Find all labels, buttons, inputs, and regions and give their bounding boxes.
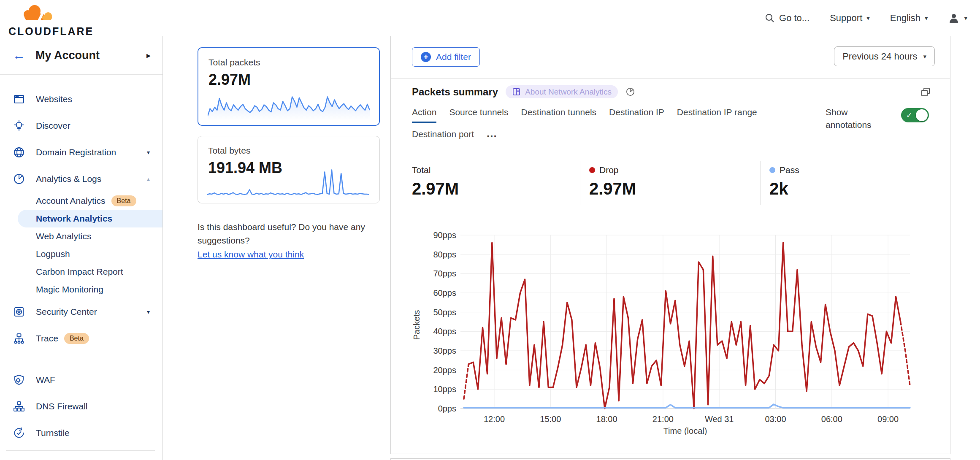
search-icon [765, 13, 775, 23]
sidebar: ← My Account ▸ WebsitesDiscoverDomain Re… [0, 36, 163, 460]
account-menu[interactable]: ▾ [948, 12, 967, 24]
rotate-check-icon [13, 427, 25, 439]
tab-action[interactable]: Action [412, 107, 436, 123]
sidebar-item-label: WAF [36, 375, 55, 385]
y-tick-label: 30pps [433, 346, 457, 355]
sidebar-subitem-magic-monitoring[interactable]: Magic Monitoring [0, 281, 162, 298]
sidebar-item-waf[interactable]: WAF [0, 366, 162, 393]
sidebar-subitem-carbon-impact-report[interactable]: Carbon Impact Report [0, 263, 162, 281]
add-filter-button[interactable]: + Add filter [412, 47, 480, 67]
chevron-down-icon: ▾ [866, 14, 870, 22]
chevron-down-icon[interactable]: ▾ [147, 149, 150, 156]
sidebar-item-label: Discover [36, 121, 70, 131]
sidebar-item-analytics-logs[interactable]: Analytics & Logs▴ [0, 165, 162, 192]
next-panel-edge [390, 458, 950, 460]
sidebar-item-dns-firewall[interactable]: DNS Firewall [0, 393, 162, 419]
sidebar-subitem-network-analytics[interactable]: Network Analytics [18, 210, 162, 227]
support-menu[interactable]: Support ▾ [830, 13, 870, 24]
sidebar-item-turnstile[interactable]: Turnstile [0, 419, 162, 446]
shield-gear-icon [13, 373, 25, 386]
show-annotations-label: Show annotations [826, 106, 880, 131]
plus-icon: + [421, 52, 431, 62]
sidebar-section: WAFDNS FirewallTurnstile [0, 360, 162, 446]
sidebar-subitem-account-analytics[interactable]: Account AnalyticsBeta [0, 192, 162, 210]
feedback-block: Is this dashboard useful? Do you have an… [198, 220, 387, 261]
trace-icon [13, 332, 25, 345]
chevron-down-icon: ▾ [925, 14, 928, 22]
language-menu[interactable]: English ▾ [890, 13, 928, 24]
sidebar-subitem-label: Carbon Impact Report [36, 267, 123, 277]
globe-icon [13, 146, 25, 159]
pie-chart-icon [13, 173, 25, 185]
chevron-down-icon: ▾ [964, 14, 967, 22]
sidebar-subitem-label: Magic Monitoring [36, 284, 103, 295]
stat-label-text: Total [412, 165, 430, 175]
packets-time-series-chart[interactable]: 0pps10pps20pps30pps40pps50pps60pps70pps8… [408, 181, 944, 435]
sidebar-subitem-label: Network Analytics [36, 214, 112, 224]
tab-destination-ip[interactable]: Destination IP [609, 107, 664, 123]
sidebar-nav: WebsitesDiscoverDomain Registration▾Anal… [0, 75, 162, 460]
expand-copy-icon[interactable] [920, 87, 931, 97]
tab-destination-port[interactable]: Destination port [412, 129, 474, 143]
beta-badge: Beta [64, 333, 89, 344]
dimension-tabs-row1: ActionSource tunnelsDestination tunnelsD… [412, 107, 757, 123]
card-value: 2.97M [208, 71, 369, 89]
dimension-tabs-row2: Destination port... [412, 129, 497, 143]
tab-source-tunnels[interactable]: Source tunnels [449, 107, 508, 123]
sidebar-section: WebsitesDiscoverDomain Registration▾Anal… [0, 75, 162, 352]
about-network-analytics-pill[interactable]: About Network Analytics [506, 85, 618, 98]
sidebar-subitem-logpush[interactable]: Logpush [0, 245, 162, 263]
stat-label: Drop [589, 165, 636, 175]
y-tick-label: 40pps [433, 327, 457, 336]
pie-chart-icon[interactable] [625, 87, 635, 97]
lightbulb-icon [13, 119, 25, 132]
sidebar-subitem-label: Logpush [36, 249, 70, 259]
book-icon [512, 87, 521, 96]
sidebar-divider [6, 450, 155, 451]
sidebar-item-label: Websites [36, 94, 72, 104]
hierarchy-icon [13, 400, 25, 413]
goto-search[interactable]: Go to... [765, 13, 809, 24]
stat-label-text: Pass [780, 165, 799, 175]
tabs-overflow-menu[interactable]: ... [487, 131, 497, 141]
x-tick-label: 15:00 [540, 414, 561, 424]
chevron-down-icon[interactable]: ▾ [147, 308, 150, 315]
sidebar-item-label: Security Center [36, 307, 97, 317]
drop-legend-dot [589, 167, 595, 173]
total-packets-card[interactable]: Total packets 2.97M [198, 47, 380, 126]
safe-icon [13, 306, 25, 318]
beta-badge: Beta [111, 195, 136, 206]
chevron-right-icon[interactable]: ▸ [146, 50, 151, 60]
show-annotations-toggle[interactable]: ✓ [901, 108, 929, 122]
card-title: Total bytes [208, 146, 369, 156]
sidebar-item-trace[interactable]: TraceBeta [0, 325, 162, 352]
total-bytes-card[interactable]: Total bytes 191.94 MB [198, 136, 380, 203]
sidebar-item-discover[interactable]: Discover [0, 112, 162, 139]
x-tick-label: 06:00 [821, 414, 842, 424]
sidebar-item-websites[interactable]: Websites [0, 86, 162, 112]
sidebar-item-label: DNS Firewall [36, 401, 88, 411]
card-title: Total packets [208, 57, 369, 68]
time-range-select[interactable]: Previous 24 hours ▾ [834, 46, 935, 66]
packets-summary-panel: + Add filter Previous 24 hours ▾ Packets… [390, 36, 950, 454]
user-icon [948, 12, 960, 24]
sidebar-item-domain-registration[interactable]: Domain Registration▾ [0, 139, 162, 165]
sidebar-item-security-center[interactable]: Security Center▾ [0, 298, 162, 325]
cloudflare-logo[interactable]: CLOUDFLARE [8, 3, 76, 38]
feedback-link[interactable]: Let us know what you think [198, 248, 304, 261]
toggle-knob [916, 109, 928, 121]
sidebar-account-header: ← My Account ▸ [0, 36, 162, 75]
time-range-label: Previous 24 hours [842, 51, 917, 62]
x-tick-label: 12:00 [484, 414, 505, 424]
y-tick-label: 80pps [433, 250, 457, 259]
y-axis-title: Packets [412, 310, 421, 340]
x-tick-label: 21:00 [652, 414, 674, 424]
cloudflare-wordmark: CLOUDFLARE [8, 25, 76, 38]
tab-destination-ip-range[interactable]: Destination IP range [677, 107, 757, 123]
chevron-up-icon[interactable]: ▴ [147, 176, 150, 182]
tab-destination-tunnels[interactable]: Destination tunnels [521, 107, 596, 123]
back-arrow-icon[interactable]: ← [13, 49, 25, 62]
language-label: English [890, 13, 920, 24]
y-tick-label: 90pps [433, 230, 457, 240]
sidebar-subitem-web-analytics[interactable]: Web Analytics [0, 227, 162, 245]
